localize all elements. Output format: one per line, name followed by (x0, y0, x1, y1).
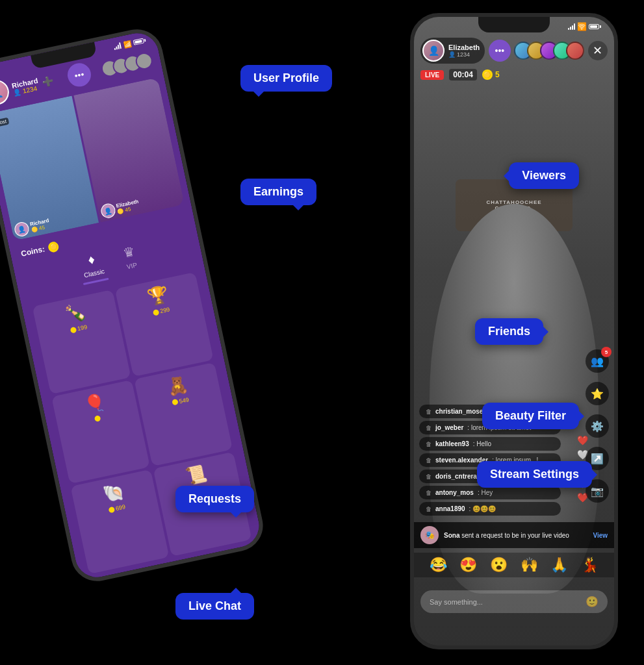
notch-front (478, 17, 550, 32)
tooltip-requests: Requests (175, 486, 254, 512)
sf1 (568, 28, 569, 30)
gift-emoji-4: 🐚 (101, 481, 126, 505)
gift-price-1: 299 (153, 306, 171, 316)
close-btn[interactable]: ✕ (588, 41, 608, 60)
person-icon-front: 👤 (448, 51, 456, 58)
req-text: Sona sent a request to be in your live v… (444, 531, 587, 540)
gift-1[interactable]: 🏆 299 (115, 272, 214, 377)
user-details-back: Richard 👤 1234 (11, 76, 40, 96)
wifi-front: 🛜 (577, 22, 587, 31)
input-bar[interactable]: Say something... 🙂 (420, 590, 608, 613)
tooltip-user-profile: User Profile (240, 65, 332, 92)
tooltip-beauty-filter: Beauty Filter (482, 403, 579, 429)
tab-classic[interactable]: ♦ Classic (77, 250, 109, 285)
gifts-grid: 🍾 199 🏆 299 🎈 (21, 265, 263, 581)
price-dot-0 (70, 326, 77, 333)
chat-del-5: 🗑 (426, 490, 431, 496)
chat-del-2: 🗑 (426, 441, 431, 447)
gift-emoji-1: 🏆 (146, 284, 170, 308)
chat-msg-2: 🗑 kathleen93 : Hello (419, 437, 561, 451)
tooltip-friends: Friends (475, 318, 543, 345)
timer: 00:04 (449, 69, 477, 81)
add-user-back[interactable]: ➕ (42, 75, 55, 88)
coin-icon: 🟡 (47, 241, 60, 253)
viewer-5 (566, 42, 584, 60)
input-placeholder: Say something... (430, 598, 586, 606)
avatar-back: 👤 (0, 78, 11, 107)
user-sub-front: 👤 1234 (448, 51, 480, 58)
emoji-4[interactable]: 🙏 (550, 557, 568, 573)
friends-icon: 👥 (591, 355, 604, 368)
share-icon: ↗️ (591, 453, 604, 465)
diamond-icon: ♦ (86, 252, 96, 268)
dots-btn-back[interactable]: ••• (66, 61, 94, 89)
view-btn[interactable]: View (593, 532, 608, 539)
tab-vip[interactable]: ♛ VIP (122, 244, 139, 276)
host-badge: Host (0, 117, 10, 127)
gift-2[interactable]: 🎈 (51, 380, 150, 484)
gift-3[interactable]: 🧸 549 (134, 362, 233, 466)
emoji-3[interactable]: 🙌 (521, 557, 538, 573)
gift-0[interactable]: 🍾 199 (32, 290, 131, 394)
signal-icons-front: 🛜 (568, 22, 601, 31)
coins-live: 🟡 5 (482, 69, 500, 80)
tooltip-live-chat: Live Chat (175, 593, 254, 620)
req-avatar: 🎭 (420, 526, 439, 544)
chat-text-5: : Hey (478, 489, 493, 496)
chat-text-6: : 😊😊😊 (469, 505, 496, 512)
gift-4[interactable]: 🐚 699 (71, 470, 170, 574)
price-dot-3 (172, 399, 179, 406)
gift-price-4: 699 (108, 504, 126, 514)
gift-price-2 (94, 415, 102, 422)
tooltip-stream-settings: Stream Settings (477, 461, 592, 488)
tab-classic-label: Classic (83, 268, 105, 279)
req-user: Sona (444, 532, 459, 539)
viewer-row-front (514, 42, 584, 60)
user-avatar-front: 👤 (422, 40, 444, 62)
gear-icon: ⚙️ (591, 420, 604, 433)
emoji-1[interactable]: 😍 (459, 557, 477, 573)
sf4 (574, 23, 575, 30)
chat-text-2: : Hello (473, 440, 491, 447)
guest-avatar: 👤 (99, 203, 116, 220)
tooltip-earnings: Earnings (240, 179, 316, 205)
emoji-5[interactable]: 💃 (581, 557, 599, 573)
gift-price-3: 549 (172, 396, 190, 406)
emoji-0[interactable]: 😂 (430, 557, 447, 573)
gift-emoji-3: 🧸 (165, 373, 190, 397)
host-avatar: 👤 (13, 221, 30, 238)
sf2 (570, 27, 571, 30)
star-icon: ⭐ (591, 388, 604, 400)
gift-price-0: 199 (70, 323, 88, 333)
host-user: 👤 Richard 🟡 45 (13, 216, 51, 238)
guest-user: 👤 Elizabeth 🟡 45 (99, 197, 140, 220)
chat-del-4: 🗑 (426, 473, 431, 480)
emoji-bar: 😂 😍 😮 🙌 🙏 💃 (414, 553, 614, 577)
coin-circle-front: 🟡 (482, 69, 493, 80)
gift-emoji-0: 🍾 (63, 301, 88, 325)
dots-btn-front[interactable]: ••• (489, 40, 511, 62)
battery-front (589, 24, 601, 29)
chat-user-1: jo_weber (435, 424, 463, 431)
request-bar: 🎭 Sona sent a request to be in your live… (414, 522, 614, 548)
price-dot-1 (153, 308, 160, 316)
live-bar: LIVE 00:04 🟡 5 (420, 69, 500, 81)
chat-user-0: christian_moser (435, 408, 485, 415)
friends-btn[interactable]: 👥 5 (586, 349, 609, 373)
person-icon-back: 👤 (12, 88, 21, 96)
emoji-2[interactable]: 😮 (490, 557, 508, 573)
user-pill-front[interactable]: 👤 Elizabeth 👤 1234 (420, 38, 485, 64)
tab-vip-label: VIP (126, 261, 138, 270)
chat-del-1: 🗑 (426, 425, 431, 431)
chat-user-2: kathleen93 (435, 440, 469, 447)
chat-user-6: anna1890 (435, 505, 465, 512)
beauty-filter-btn[interactable]: ⭐ (586, 382, 609, 405)
sf3 (572, 25, 573, 30)
price-dot-2 (94, 415, 101, 422)
price-dot-4 (108, 507, 115, 514)
chat-user-5: antony_mos (435, 489, 474, 496)
camera-icon: 📷 (591, 485, 604, 497)
active-line (83, 278, 109, 285)
chat-msg-5: 🗑 antony_mos : Hey (419, 486, 561, 499)
top-bar-front: 👤 Elizabeth 👤 1234 ••• (414, 35, 614, 66)
